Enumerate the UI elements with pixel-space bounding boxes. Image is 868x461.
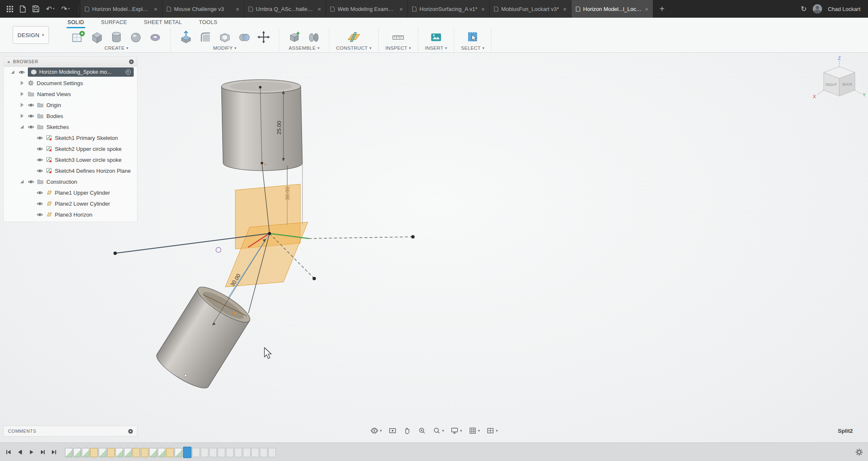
tab-surface[interactable]: SURFACE [100, 18, 128, 28]
visibility-icon[interactable] [37, 158, 43, 162]
document-tab[interactable]: MobiusFun_Lockart v3* × [490, 0, 571, 18]
group-label-construct[interactable]: CONSTRUCT▾ [336, 46, 372, 51]
comments-bar[interactable]: COMMENTS [3, 426, 137, 437]
timeline-feature-measure[interactable] [268, 448, 276, 457]
group-label-create[interactable]: CREATE▾ [105, 46, 128, 51]
timeline-feature-plane[interactable] [166, 448, 174, 457]
timeline-feature-plane[interactable] [132, 448, 140, 457]
zoom-button[interactable]: ▾ [432, 426, 444, 435]
redo-button[interactable]: ↷▾ [61, 5, 70, 13]
browser-item-construction[interactable]: Construction [4, 176, 137, 187]
panel-options-icon[interactable] [129, 59, 134, 64]
comments-options-icon[interactable] [128, 429, 133, 434]
dimension-label-25[interactable]: 25.00 [276, 121, 282, 135]
timeline-feature-sketch[interactable] [192, 448, 200, 457]
timeline-feature-plane[interactable] [141, 448, 148, 457]
create-sketch-button[interactable] [69, 29, 86, 46]
undo-button[interactable]: ↶▾ [46, 5, 54, 13]
sketch-point-white[interactable] [184, 374, 187, 377]
shell-button[interactable] [216, 29, 233, 46]
timeline-feature-plane[interactable] [243, 448, 251, 457]
timeline-feature-sketch[interactable] [124, 448, 132, 457]
create-box-button[interactable] [89, 29, 105, 46]
look-at-button[interactable] [388, 426, 396, 435]
move-copy-button[interactable] [255, 29, 272, 46]
redo-caret-icon[interactable]: ▾ [68, 7, 70, 11]
dropdown-caret-icon[interactable]: ▾ [380, 429, 382, 433]
expander-icon[interactable] [19, 81, 25, 85]
browser-item-root-component[interactable]: Horizon Modeling_Spoke mo... [4, 67, 137, 78]
browser-item-origin[interactable]: Origin [4, 99, 137, 110]
construction-plane-button[interactable] [345, 29, 362, 46]
timeline-feature-sketch[interactable] [226, 448, 234, 457]
dropdown-caret-icon[interactable]: ▾ [442, 429, 444, 433]
group-label-inspect[interactable]: INSPECT▾ [385, 46, 411, 51]
select-button[interactable] [464, 29, 481, 46]
tab-close-icon[interactable]: × [236, 6, 240, 12]
expander-icon[interactable] [19, 103, 25, 107]
visibility-icon[interactable] [28, 103, 34, 107]
dropdown-caret-icon[interactable]: ▾ [460, 429, 462, 433]
timeline-feature-plane[interactable] [218, 448, 225, 457]
tab-close-icon[interactable]: × [154, 6, 158, 12]
browser-item-plane3[interactable]: Plane3 Horizon [4, 209, 137, 220]
save-icon[interactable] [32, 5, 39, 12]
file-menu-icon[interactable] [20, 5, 26, 13]
zoom-window-button[interactable] [418, 426, 426, 435]
timeline-feature-sketch[interactable] [149, 448, 157, 457]
origin-point[interactable] [268, 232, 271, 235]
timeline-track[interactable] [65, 443, 855, 461]
group-label-select[interactable]: SELECT▾ [461, 46, 484, 51]
visibility-icon[interactable] [28, 125, 34, 129]
selected-component-row[interactable]: Horizon Modeling_Spoke mo... [28, 67, 134, 77]
browser-item-plane1[interactable]: Plane1 Upper Cylinder [4, 187, 137, 198]
timeline-settings-button[interactable] [855, 448, 863, 456]
timeline-feature-sketch[interactable] [209, 448, 217, 457]
timeline-feature-sketch[interactable] [82, 448, 89, 457]
tab-close-icon[interactable]: × [645, 6, 649, 12]
group-label-assemble[interactable]: ASSEMBLE▾ [288, 46, 319, 51]
expander-icon[interactable] [19, 92, 25, 96]
timeline-feature-sketch[interactable] [175, 448, 182, 457]
insert-canvas-button[interactable] [428, 29, 445, 46]
visibility-icon[interactable] [19, 70, 25, 75]
combine-button[interactable] [236, 29, 253, 46]
sketch-point-orange[interactable] [234, 312, 236, 315]
upper-cylinder-body[interactable] [221, 80, 302, 171]
tab-solid[interactable]: SOLID [67, 18, 85, 28]
group-label-modify[interactable]: MODIFY▾ [213, 46, 236, 51]
visibility-icon[interactable] [37, 169, 43, 173]
job-status-icon[interactable]: ↻ [801, 5, 806, 13]
step-back-button[interactable] [16, 449, 23, 456]
viewcube-face-right[interactable]: RIGHT [826, 83, 837, 87]
panel-collapse-icon[interactable]: ◂ [7, 59, 10, 64]
timeline-feature-sketch[interactable] [73, 448, 81, 457]
orbit-button[interactable]: ▾ [370, 426, 382, 435]
display-settings-button[interactable]: ▾ [450, 426, 462, 435]
visibility-icon[interactable] [37, 136, 43, 140]
create-cylinder-button[interactable] [108, 29, 125, 46]
new-tab-button[interactable]: + [653, 0, 671, 18]
browser-item-plane2[interactable]: Plane2 Lower Cylinder [4, 198, 137, 209]
document-tab[interactable]: Web Modeling Example A v1* × [326, 0, 408, 18]
new-component-button[interactable] [286, 29, 303, 46]
press-pull-button[interactable] [178, 29, 194, 46]
create-sphere-button[interactable] [127, 29, 144, 46]
expander-icon[interactable] [19, 180, 25, 183]
tab-tools[interactable]: TOOLS [198, 18, 218, 28]
fillet-button[interactable] [197, 29, 214, 46]
timeline-feature-sketch[interactable] [116, 448, 123, 457]
timeline-feature-sketch[interactable] [65, 448, 73, 457]
grid-snaps-button[interactable]: ▾ [468, 426, 480, 435]
tab-close-icon[interactable]: × [563, 6, 567, 12]
visibility-icon[interactable] [28, 180, 34, 184]
create-torus-button[interactable] [147, 29, 164, 46]
pan-button[interactable] [403, 426, 411, 435]
document-tab[interactable]: Umbra Q_ASc...hallenge v2* × [244, 0, 326, 18]
timeline-marker[interactable] [183, 447, 191, 458]
expander-icon[interactable] [10, 70, 16, 74]
document-tab[interactable]: Horizon Model...Explained v2* × [81, 0, 162, 18]
visibility-icon[interactable] [28, 114, 34, 118]
document-tab[interactable]: Mouse Challenge v3 × [162, 0, 244, 18]
browser-item-sketch3[interactable]: Sketch3 Lower circle spoke [4, 154, 137, 165]
